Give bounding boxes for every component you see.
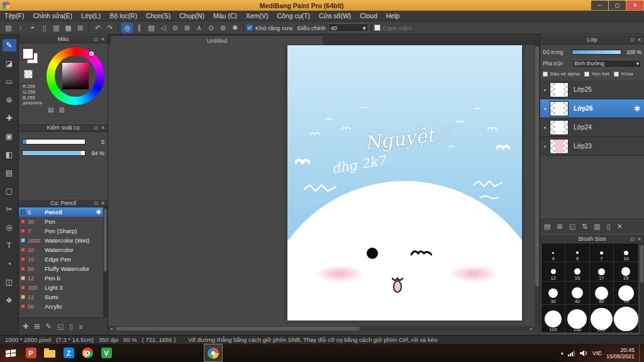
brush-size-option[interactable]: 100 [541,305,565,332]
new-layer-icon[interactable]: ▤ [544,222,550,231]
brush-size-option[interactable]: 15 [565,262,589,281]
hand-tool-icon[interactable]: ❖ [3,294,16,307]
select-tool-icon[interactable]: ▢ [3,185,16,197]
circle-snap-icon[interactable]: ⊙ [205,23,217,33]
brush-item[interactable]: 1000 Watercolor (Wet) [19,236,103,245]
close-panel-icon[interactable]: ✕ [99,200,106,206]
brush-settings-icon[interactable]: ✱ [96,209,101,216]
palette-add-icon[interactable]: ▥ [58,106,64,113]
taskbar-app-powerpoint[interactable]: P [21,344,40,362]
brush-size-option[interactable]: 12 [541,262,565,281]
layer-visibility-icon[interactable]: ● [540,107,550,111]
brush-size-option[interactable]: 300 [614,305,638,332]
brush-item[interactable]: 100 Light 3 [19,283,103,292]
taskbar-app-zalo[interactable]: Z [59,344,78,362]
float-panel-icon[interactable]: ⊡ [92,125,99,131]
float-panel-icon[interactable]: ⊡ [629,236,636,242]
palette-page-icon[interactable]: ▤ [48,106,53,113]
snap-settings-icon[interactable]: ✱ [229,23,241,33]
transform-tool-icon[interactable]: ▣ [3,130,16,143]
brush-opacity-slider[interactable] [22,150,86,156]
close-panel-icon[interactable]: ✕ [99,36,106,42]
vanishing-snap-icon[interactable]: ∧ [193,23,205,33]
snap-off-icon[interactable]: ⊘ [169,23,181,33]
menu-edit[interactable]: Chỉnh sửa(E) [29,11,77,21]
menu-snap[interactable]: Chụp(N) [175,11,209,21]
window-grid-icon[interactable]: ⊞ [74,23,86,33]
eyedropper-tool-icon[interactable]: ◔ [3,258,16,270]
layer-visibility-icon[interactable]: ● [540,126,550,129]
brush-size-slider[interactable] [22,139,86,145]
brush-size-option[interactable]: 17 [590,262,613,281]
layer-visibility-icon[interactable]: ● [540,88,550,92]
language-indicator[interactable]: VIE [592,349,602,356]
redo-button[interactable]: ↷ [104,23,116,33]
add-brush-icon[interactable]: ✚ [23,322,28,331]
transfer-layer-icon[interactable]: ▥ [594,222,600,231]
menu-filter[interactable]: Bộ lọc(R) [105,11,142,21]
eraser-tool-icon[interactable]: ◪ [3,57,16,70]
taskbar-app-medibang-active[interactable] [204,344,223,362]
scroll-left-icon[interactable]: ◂ [108,326,114,331]
menu-select[interactable]: Chọn(S) [142,11,175,21]
brush-size-option[interactable]: 7 [590,244,613,261]
menu-window[interactable]: Cửa sổ(W) [314,11,355,21]
blend-mode-dropdown[interactable]: Bình thường ▾ [572,60,641,68]
upload-icon[interactable]: ↑ [14,23,26,33]
menu-cloud[interactable]: Cloud [355,11,381,21]
menu-tools[interactable]: Công cụ(T) [272,11,314,21]
float-panel-icon[interactable]: ⊡ [629,37,636,43]
comment-icon[interactable]: ◓ [26,23,38,33]
smooth-mode-button[interactable]: ◎ [121,23,133,33]
brush-item[interactable]: 50 Acrylic [19,302,103,311]
show-desktop-button[interactable] [639,344,641,362]
adjust-dropdown[interactable]: 40 ▾ [328,23,369,32]
stamp-tool-icon[interactable]: ⊕ [3,94,16,106]
clear-layer-icon[interactable]: ▯ [607,222,611,231]
canvas-vertical-scrollbar[interactable] [535,45,540,326]
brush-size-option[interactable]: 25 [614,262,638,281]
brush-item[interactable]: 10 Edge Pen [19,255,103,264]
duplicate-layer-icon[interactable]: ⊞ [557,222,562,231]
layer-row-selected[interactable]: ● Lớp26 ✱ [540,99,644,118]
brush-size-option[interactable]: 4 [541,244,565,261]
layer-folder-icon[interactable]: ◱ [569,222,575,231]
edit-brush-icon[interactable]: ✎ [45,322,51,331]
move-tool-icon[interactable]: ✚ [3,112,16,124]
layer-row[interactable]: ● Lớp25 [540,80,644,99]
gradient-tool-icon[interactable]: ▤ [3,167,16,179]
menu-view[interactable]: Xem(V) [242,11,273,21]
brush-folder-icon[interactable]: ◱ [57,322,64,331]
layer-row[interactable]: ● Lớp24 [540,118,644,137]
brush-size-option[interactable]: 150 [565,305,589,332]
brush-size-option[interactable]: 40 [565,282,589,304]
brush-size-option[interactable]: 50 [590,282,613,304]
close-panel-icon[interactable]: ✕ [636,236,643,242]
color-wheel[interactable] [47,47,104,105]
menu-layer[interactable]: Lớp(L) [77,11,105,21]
note-icon[interactable]: ▯ [38,23,50,33]
parallel-snap-icon[interactable]: ∥ [133,23,145,33]
cross-snap-icon[interactable]: ⊞ [181,23,193,33]
lock-checkbox[interactable] [614,72,619,77]
brush-tool-icon[interactable]: ✎ [3,39,16,52]
clipping-checkbox[interactable] [584,72,589,77]
saturation-value-box[interactable] [62,63,89,89]
brush-item[interactable]: 12 Sumi [19,292,103,302]
perspective-snap-icon[interactable]: ◁ [157,23,169,33]
float-panel-icon[interactable]: ⊡ [92,200,99,206]
taskbar-app-chrome[interactable] [78,344,97,362]
undo-button[interactable]: ↶ [92,23,104,33]
brush-size-option[interactable]: 10 [614,244,638,261]
antialias-checkbox[interactable]: ✓ [247,25,253,31]
scroll-right-icon[interactable]: ▸ [528,326,535,331]
hidden-icons-caret[interactable]: ▴ [561,350,564,356]
text-tool-icon[interactable]: T [3,239,16,252]
grid-icon[interactable]: ▦ [62,23,74,33]
brush-menu-icon[interactable]: ≡ [79,323,82,331]
menu-color[interactable]: Màu (C) [209,11,242,21]
protect-alpha-checkbox[interactable] [543,72,548,77]
foreground-color-swatch[interactable] [23,48,33,59]
clock[interactable]: 20:45 15/06/2021 [606,347,635,359]
layer-opacity-slider[interactable] [572,50,621,55]
